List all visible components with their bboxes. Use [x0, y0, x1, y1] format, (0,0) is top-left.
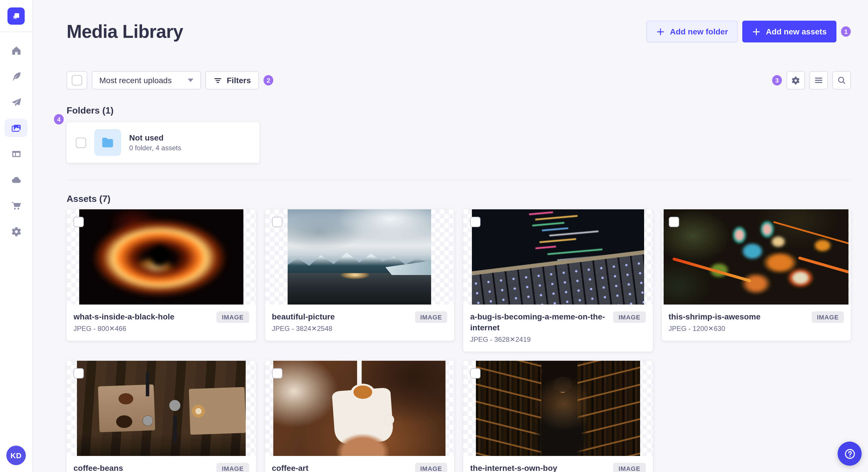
asset-card-body: beautiful-picture JPEG - 3824✕2548 IMAGE — [265, 305, 454, 341]
cloud-icon — [11, 174, 22, 185]
sidebar-item-releases[interactable] — [5, 93, 28, 111]
sidebar-item-media-library[interactable] — [5, 119, 28, 137]
asset-title: what-s-inside-a-black-hole — [73, 311, 175, 322]
plus-icon — [656, 27, 665, 36]
gear-icon — [11, 226, 22, 237]
strapi-logo-glyph — [11, 11, 21, 21]
header-actions: Add new folder Add new assets 1 — [646, 21, 851, 42]
asset-card[interactable]: coffee-art JPEG - 5824✕3259 IMAGE — [265, 361, 454, 472]
plus-icon — [752, 27, 761, 36]
cart-icon — [11, 200, 22, 211]
view-settings-button[interactable] — [786, 71, 805, 90]
asset-type-badge: IMAGE — [415, 463, 447, 472]
folders-section: 4 Folders (1) Not used 0 folder, 4 asset… — [67, 105, 851, 163]
folder-checkbox[interactable] — [76, 137, 86, 148]
asset-text: a-bug-is-becoming-a-meme-on-the-internet… — [470, 311, 609, 343]
asset-title: a-bug-is-becoming-a-meme-on-the-internet — [470, 311, 609, 333]
folder-title: Not used — [129, 133, 181, 142]
asset-thumbnail-laptop-code — [472, 209, 644, 305]
assets-heading: Assets (7) — [67, 194, 851, 204]
asset-checkbox[interactable] — [470, 368, 480, 378]
asset-card[interactable]: this-shrimp-is-awesome JPEG - 1200✕630 I… — [662, 209, 851, 341]
folder-card[interactable]: Not used 0 folder, 4 assets — [67, 122, 259, 163]
folder-icon — [100, 135, 115, 150]
annotation-badge-4: 4 — [54, 114, 64, 125]
asset-text: this-shrimp-is-awesome JPEG - 1200✕630 — [669, 311, 761, 333]
feather-icon — [11, 71, 22, 82]
search-button[interactable] — [832, 71, 851, 90]
asset-card-body: a-bug-is-becoming-a-meme-on-the-internet… — [463, 305, 652, 351]
asset-type-badge: IMAGE — [217, 463, 249, 472]
asset-text: coffee-art JPEG - 5824✕3259 — [272, 463, 332, 472]
asset-text: what-s-inside-a-black-hole JPEG - 800✕46… — [73, 311, 175, 333]
asset-checkbox[interactable] — [272, 368, 282, 378]
main-content: Media Library Add new folder Add new ass… — [33, 0, 868, 472]
sidebar-item-settings[interactable] — [5, 222, 28, 240]
assets-section: Assets (7) what-s-inside-a-black-hole JP… — [67, 194, 851, 472]
asset-thumbnail-area — [463, 361, 652, 456]
asset-checkbox[interactable] — [272, 217, 282, 227]
asset-meta: JPEG - 3628✕2419 — [470, 336, 609, 343]
checkbox — [72, 75, 82, 86]
asset-text: the-internet-s-own-boy JPEG - 1200✕707 — [470, 463, 557, 472]
sidebar-item-deploy[interactable] — [5, 170, 28, 189]
asset-meta: JPEG - 1200✕630 — [669, 325, 761, 333]
sort-dropdown-value: Most recent uploads — [99, 76, 172, 85]
list-icon — [814, 76, 823, 85]
asset-checkbox[interactable] — [73, 368, 84, 378]
asset-thumbnail-mountains — [288, 209, 431, 305]
sidebar-item-home[interactable] — [5, 41, 28, 60]
asset-card[interactable]: the-internet-s-own-boy JPEG - 1200✕707 I… — [463, 361, 652, 472]
list-view-button[interactable] — [809, 71, 828, 90]
add-new-folder-button[interactable]: Add new folder — [646, 21, 738, 42]
folder-icon-box — [94, 129, 121, 156]
asset-checkbox[interactable] — [73, 217, 84, 227]
asset-thumbnail-black-hole — [79, 209, 243, 305]
help-button[interactable] — [838, 442, 862, 466]
select-all-checkbox[interactable] — [67, 71, 87, 90]
annotation-badge-2: 2 — [264, 75, 273, 86]
asset-meta: JPEG - 3824✕2548 — [272, 325, 335, 333]
media-library-icon — [11, 123, 22, 133]
sidebar: KD — [0, 0, 33, 472]
asset-card[interactable]: coffee-beans JPEG - 5021✕3347 IMAGE — [67, 361, 256, 472]
asset-card[interactable]: beautiful-picture JPEG - 3824✕2548 IMAGE — [265, 209, 454, 341]
home-icon — [11, 45, 22, 56]
user-avatar[interactable]: KD — [6, 446, 26, 465]
asset-card[interactable]: what-s-inside-a-black-hole JPEG - 800✕46… — [67, 209, 256, 341]
sidebar-item-marketplace[interactable] — [5, 196, 28, 214]
add-new-assets-button[interactable]: Add new assets — [742, 21, 836, 42]
asset-thumbnail-coffee-beans — [77, 361, 246, 456]
annotation-badge-1: 1 — [841, 26, 851, 37]
asset-title: this-shrimp-is-awesome — [669, 311, 761, 322]
asset-checkbox[interactable] — [470, 217, 480, 227]
asset-type-badge: IMAGE — [415, 311, 447, 323]
filters-label: Filters — [227, 76, 251, 85]
asset-card[interactable]: a-bug-is-becoming-a-meme-on-the-internet… — [463, 209, 652, 351]
filter-icon — [214, 76, 222, 85]
app-window: KD Media Library Add new folder Add new … — [0, 0, 868, 472]
sidebar-item-content-type-builder[interactable] — [5, 144, 28, 163]
asset-type-badge: IMAGE — [613, 463, 646, 472]
filters-button[interactable]: Filters — [206, 71, 259, 90]
asset-thumbnail-area — [463, 209, 652, 305]
asset-thumbnail-area — [67, 209, 256, 305]
asset-card-body: coffee-beans JPEG - 5021✕3347 IMAGE — [67, 456, 256, 472]
asset-type-badge: IMAGE — [812, 311, 844, 323]
add-new-assets-label: Add new assets — [766, 27, 827, 36]
section-divider — [67, 179, 851, 180]
chevron-down-icon — [188, 78, 193, 82]
page-title: Media Library — [67, 21, 183, 42]
asset-type-badge: IMAGE — [613, 311, 646, 323]
folder-meta: 0 folder, 4 assets — [129, 144, 181, 152]
asset-checkbox[interactable] — [669, 217, 679, 227]
sidebar-nav — [5, 41, 28, 240]
asset-text: coffee-beans JPEG - 5021✕3347 — [73, 463, 134, 472]
strapi-logo-icon[interactable] — [7, 7, 25, 25]
asset-card-body: what-s-inside-a-black-hole JPEG - 800✕46… — [67, 305, 256, 341]
layout-icon — [11, 148, 22, 159]
sort-dropdown[interactable]: Most recent uploads — [92, 71, 201, 90]
asset-thumbnail-area — [67, 361, 256, 456]
folders-heading: Folders (1) — [67, 105, 851, 116]
sidebar-item-content-manager[interactable] — [5, 67, 28, 86]
